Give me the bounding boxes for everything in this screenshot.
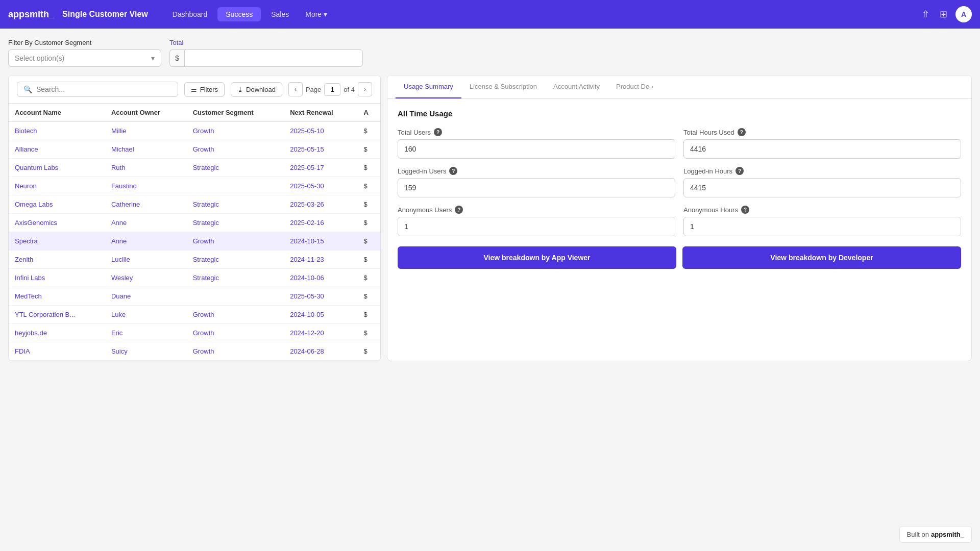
tab-product-de[interactable]: Product De › <box>608 76 662 98</box>
cell-customer-segment: Strategic <box>187 269 284 287</box>
total-currency-prefix: $ <box>169 49 184 67</box>
cell-amount: $ <box>358 251 380 269</box>
cell-account-name: FDIA <box>9 342 105 361</box>
cell-next-renewal: 2025-02-16 <box>284 214 357 232</box>
col-account-name: Account Name <box>9 104 105 122</box>
table-row[interactable]: AllianceMichaelGrowth2025-05-15$ <box>9 140 380 159</box>
table-toolbar: 🔍 ⚌ Filters ⤓ Download ‹ Page of 4 › <box>9 76 380 104</box>
cell-account-name: Biotech <box>9 122 105 140</box>
table-row[interactable]: FDIASuicyGrowth2024-06-28$ <box>9 342 380 361</box>
cell-account-owner: Anne <box>105 232 187 251</box>
stat-anonymous-hours-label: Anonymous Hours ? <box>683 206 961 214</box>
filters-button[interactable]: ⚌ Filters <box>184 82 225 97</box>
cell-amount: $ <box>358 269 380 287</box>
total-input[interactable] <box>184 49 363 67</box>
app-title: Single Customer View <box>62 10 148 19</box>
logged-in-users-input[interactable] <box>398 178 675 197</box>
cell-account-owner: Eric <box>105 324 187 342</box>
logged-in-users-help-icon[interactable]: ? <box>449 167 457 175</box>
total-hours-input[interactable] <box>683 139 961 159</box>
anonymous-hours-help-icon[interactable]: ? <box>741 206 749 214</box>
page-label: Page <box>306 86 321 93</box>
anonymous-users-help-icon[interactable]: ? <box>455 206 463 214</box>
cell-amount: $ <box>358 306 380 324</box>
section-title: All Time Usage <box>398 109 961 118</box>
right-panel: Usage Summary License & Subscription Acc… <box>387 75 972 361</box>
cell-account-name: Spectra <box>9 232 105 251</box>
page-number-input[interactable] <box>324 83 340 96</box>
total-hours-help-icon[interactable]: ? <box>738 128 746 136</box>
search-input[interactable] <box>36 85 172 93</box>
chevron-down-icon: ▾ <box>324 10 327 18</box>
cell-customer-segment <box>187 177 284 195</box>
table-row[interactable]: Infini LabsWesleyStrategic2024-10-06$ <box>9 269 380 287</box>
prev-page-button[interactable]: ‹ <box>288 82 303 96</box>
col-next-renewal: Next Renewal <box>284 104 357 122</box>
cell-account-name: Zenith <box>9 251 105 269</box>
filters-label: Filters <box>200 86 218 93</box>
tab-usage-summary[interactable]: Usage Summary <box>396 76 461 98</box>
table-row[interactable]: AxisGenomicsAnneStrategic2025-02-16$ <box>9 214 380 232</box>
share-icon[interactable]: ⇧ <box>920 7 932 22</box>
view-breakdown-app-viewer-button[interactable]: View breakdown by App Viewer <box>398 246 676 269</box>
table-row[interactable]: YTL Corporation B...LukeGrowth2024-10-05… <box>9 306 380 324</box>
cell-next-renewal: 2024-10-15 <box>284 232 357 251</box>
table-row[interactable]: heyjobs.deEricGrowth2024-12-20$ <box>9 324 380 342</box>
nav-more-dropdown[interactable]: More ▾ <box>299 7 333 21</box>
stat-anonymous-users: Anonymous Users ? <box>398 206 675 236</box>
cell-account-name: AxisGenomics <box>9 214 105 232</box>
cell-customer-segment: Strategic <box>187 214 284 232</box>
filter-row: Filter By Customer Segment Select option… <box>8 39 972 67</box>
table-body: BiotechMillieGrowth2025-05-10$AllianceMi… <box>9 122 380 361</box>
download-button[interactable]: ⤓ Download <box>231 82 282 97</box>
total-input-wrap: $ <box>169 49 363 67</box>
two-col-layout: 🔍 ⚌ Filters ⤓ Download ‹ Page of 4 › <box>8 75 972 361</box>
table-row[interactable]: ZenithLucilleStrategic2024-11-23$ <box>9 251 380 269</box>
view-breakdown-developer-button[interactable]: View breakdown by Developer <box>682 246 961 269</box>
anonymous-hours-input[interactable] <box>683 217 961 236</box>
cell-account-owner: Ruth <box>105 159 187 177</box>
cell-amount: $ <box>358 324 380 342</box>
tab-account-activity[interactable]: Account Activity <box>545 76 608 98</box>
search-wrap[interactable]: 🔍 <box>17 82 178 97</box>
cell-customer-segment: Strategic <box>187 159 284 177</box>
anonymous-users-input[interactable] <box>398 217 675 236</box>
cell-account-name: MedTech <box>9 287 105 306</box>
stat-logged-in-hours: Logged-in Hours ? <box>683 167 961 197</box>
download-label: Download <box>246 86 276 93</box>
table-row[interactable]: SpectraAnneGrowth2024-10-15$ <box>9 232 380 251</box>
logged-in-hours-input[interactable] <box>683 178 961 197</box>
cell-amount: $ <box>358 287 380 306</box>
tab-license-subscription[interactable]: License & Subscription <box>461 76 545 98</box>
segment-select[interactable]: Select option(s) ▾ <box>8 49 161 67</box>
table-row[interactable]: BiotechMillieGrowth2025-05-10$ <box>9 122 380 140</box>
cell-account-owner: Luke <box>105 306 187 324</box>
nav-tab-sales[interactable]: Sales <box>263 7 297 21</box>
table-row[interactable]: NeuronFaustino2025-05-30$ <box>9 177 380 195</box>
avatar[interactable]: A <box>955 6 972 22</box>
segment-filter-group: Filter By Customer Segment Select option… <box>8 39 161 67</box>
nav-tab-dashboard[interactable]: Dashboard <box>164 7 216 21</box>
nav-tab-success[interactable]: Success <box>217 7 261 21</box>
total-users-help-icon[interactable]: ? <box>434 128 442 136</box>
segment-filter-label: Filter By Customer Segment <box>8 39 161 46</box>
grid-icon[interactable]: ⊞ <box>938 7 949 22</box>
logged-in-hours-help-icon[interactable]: ? <box>736 167 744 175</box>
table-row[interactable]: Quantum LabsRuthStrategic2025-05-17$ <box>9 159 380 177</box>
stat-anonymous-hours: Anonymous Hours ? <box>683 206 961 236</box>
cell-account-name: Infini Labs <box>9 269 105 287</box>
total-users-input[interactable] <box>398 139 675 159</box>
pagination: ‹ Page of 4 › <box>288 82 372 96</box>
appsmith-logo: appsmith_ <box>8 9 54 20</box>
table-row[interactable]: Omega LabsCatherineStrategic2025-03-26$ <box>9 195 380 214</box>
panel-content: All Time Usage Total Users ? Total Hours… <box>387 99 971 361</box>
top-navigation: appsmith_ Single Customer View Dashboard… <box>0 0 980 29</box>
cell-customer-segment: Growth <box>187 342 284 361</box>
cell-next-renewal: 2024-06-28 <box>284 342 357 361</box>
cell-amount: $ <box>358 159 380 177</box>
cell-next-renewal: 2025-05-17 <box>284 159 357 177</box>
next-page-button[interactable]: › <box>358 82 372 96</box>
table-row[interactable]: MedTechDuane2025-05-30$ <box>9 287 380 306</box>
cell-account-owner: Wesley <box>105 269 187 287</box>
total-label: Total <box>169 39 363 46</box>
